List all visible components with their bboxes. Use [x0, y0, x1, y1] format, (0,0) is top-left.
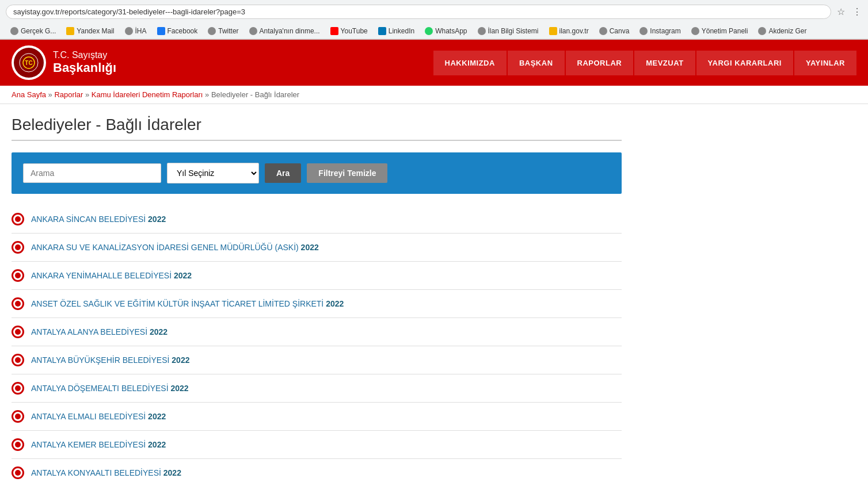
report-year: 2022: [148, 440, 166, 449]
breadcrumb-link[interactable]: Raporlar: [54, 90, 83, 99]
bookmark-item[interactable]: ilan.gov.tr: [545, 26, 593, 36]
report-bullet: [12, 326, 24, 338]
report-list: ANKARA SİNCAN BELEDİYESİ 2022 ANKARA SU …: [12, 205, 622, 482]
report-year: 2022: [170, 384, 188, 393]
bookmark-item[interactable]: Antalya'nın dinme...: [245, 26, 325, 36]
nav-item-hakkimizda[interactable]: HAKKIMIZDA: [433, 51, 507, 75]
logo-circle: TC: [12, 45, 46, 80]
report-bullet: [12, 241, 24, 254]
report-year: 2022: [150, 327, 167, 336]
report-list-item: ANTALYA BÜYÜKŞEHİR BELEDİYESİ 2022: [12, 346, 622, 374]
search-input[interactable]: [23, 163, 161, 183]
bullet-inner: [15, 442, 21, 447]
bullet-inner: [15, 385, 21, 391]
address-bar-row: sayistay.gov.tr/reports/category/31-bele…: [0, 0, 868, 24]
header-top: TC T.C. Sayıştay Başkanlığı HAKKIMIZDABA…: [0, 40, 868, 86]
report-list-item: ANTALYA KONYAALTI BELEDİYESİ 2022: [12, 459, 622, 482]
report-link[interactable]: ANTALYA KEMER BELEDİYESİ 2022: [31, 440, 166, 449]
nav-item-yargi-kararlari[interactable]: YARGI KARARLARI: [696, 51, 793, 75]
report-year: 2022: [174, 271, 192, 280]
breadcrumb-link[interactable]: Ana Sayfa: [12, 90, 46, 99]
nav-item-yayinlar[interactable]: YAYINLAR: [794, 51, 856, 75]
bullet-inner: [15, 470, 21, 476]
report-bullet: [12, 466, 24, 479]
bookmark-item[interactable]: Twitter: [203, 26, 243, 36]
report-bullet: [12, 354, 24, 366]
breadcrumb-current: Belediyeler - Bağlı İdareler: [211, 90, 299, 99]
year-select[interactable]: Yıl Seçiniz20222021202020192018: [167, 163, 259, 183]
browser-icons: ☆ ⋮: [836, 7, 862, 17]
report-link[interactable]: ANTALYA KONYAALTI BELEDİYESİ 2022: [31, 468, 181, 477]
breadcrumb: Ana Sayfa » Raporlar » Kamu İdareleri De…: [0, 86, 868, 104]
bookmark-item[interactable]: Facebook: [153, 26, 203, 36]
bullet-inner: [15, 244, 21, 250]
bookmark-item[interactable]: Gerçek G...: [6, 26, 60, 36]
nav-item-mevzuat[interactable]: MEVZUAT: [634, 51, 695, 75]
nav-item-raporlar[interactable]: RAPORLAR: [566, 51, 634, 75]
logo-line2: Başkanlığı: [53, 60, 116, 75]
report-year: 2022: [163, 468, 181, 477]
bookmark-item[interactable]: YouTube: [326, 26, 372, 36]
header-logo: TC T.C. Sayıştay Başkanlığı: [12, 45, 116, 80]
report-link[interactable]: ANKARA SİNCAN BELEDİYESİ 2022: [31, 215, 166, 224]
report-link[interactable]: ANTALYA BÜYÜKŞEHİR BELEDİYESİ 2022: [31, 355, 189, 365]
bookmark-item[interactable]: İlan Bilgi Sistemi: [473, 26, 543, 36]
logo-line1: T.C. Sayıştay: [53, 50, 116, 60]
report-year: 2022: [301, 243, 319, 252]
bookmark-icon[interactable]: ☆: [836, 7, 846, 17]
main-content: Belediyeler - Bağlı İdareler Yıl Seçiniz…: [0, 104, 633, 482]
site-header: TC T.C. Sayıştay Başkanlığı HAKKIMIZDABA…: [0, 40, 868, 86]
header-nav: HAKKIMIZDABAŞKANRAPORLARMEVZUATYARGI KAR…: [433, 51, 856, 75]
emblem-svg: TC: [18, 52, 39, 73]
report-link[interactable]: ANSET ÖZEL SAĞLIK VE EĞİTİM KÜLTÜR İNŞAA…: [31, 299, 344, 308]
report-list-item: ANTALYA DÖŞEMEALTI BELEDİYESİ 2022: [12, 374, 622, 403]
bookmark-item[interactable]: Akdeniz Ger: [753, 26, 811, 36]
bookmark-item[interactable]: LinkedIn: [374, 26, 419, 36]
report-link[interactable]: ANTALYA ALANYA BELEDİYESİ 2022: [31, 327, 167, 336]
report-bullet: [12, 410, 24, 423]
bookmark-item[interactable]: WhatsApp: [420, 26, 471, 36]
report-link[interactable]: ANTALYA DÖŞEMEALTI BELEDİYESİ 2022: [31, 384, 189, 393]
report-link[interactable]: ANTALYA ELMALI BELEDİYESİ 2022: [31, 412, 166, 421]
browser-chrome: sayistay.gov.tr/reports/category/31-bele…: [0, 0, 868, 40]
svg-text:TC: TC: [25, 60, 32, 66]
more-icon[interactable]: ⋮: [852, 7, 862, 17]
filter-bar: Yıl Seçiniz20222021202020192018 Ara Filt…: [12, 152, 622, 194]
bookmark-item[interactable]: Instagram: [635, 26, 685, 36]
bookmark-item[interactable]: İHA: [120, 26, 151, 36]
logo-emblem: TC: [14, 48, 44, 78]
report-list-item: ANKARA SİNCAN BELEDİYESİ 2022: [12, 205, 622, 234]
report-list-item: ANSET ÖZEL SAĞLIK VE EĞİTİM KÜLTÜR İNŞAA…: [12, 290, 622, 318]
bullet-inner: [15, 357, 21, 363]
report-year: 2022: [326, 299, 344, 308]
clear-filter-button[interactable]: Filtreyi Temizle: [307, 163, 387, 183]
report-bullet: [12, 213, 24, 225]
nav-item-başkan[interactable]: BAŞKAN: [508, 51, 565, 75]
bookmark-item[interactable]: Canva: [595, 26, 634, 36]
report-bullet: [12, 438, 24, 451]
report-list-item: ANKARA YENİMAHALLE BELEDİYESİ 2022: [12, 262, 622, 290]
report-year: 2022: [172, 355, 189, 365]
report-year: 2022: [148, 215, 166, 224]
report-list-item: ANKARA SU VE KANALİZASYON İDARESİ GENEL …: [12, 234, 622, 262]
report-link[interactable]: ANKARA SU VE KANALİZASYON İDARESİ GENEL …: [31, 243, 319, 252]
report-list-item: ANTALYA ELMALI BELEDİYESİ 2022: [12, 403, 622, 431]
bookmark-item[interactable]: Yönetim Paneli: [687, 26, 753, 36]
report-list-item: ANTALYA KEMER BELEDİYESİ 2022: [12, 431, 622, 459]
report-link[interactable]: ANKARA YENİMAHALLE BELEDİYESİ 2022: [31, 271, 192, 280]
report-list-item: ANTALYA ALANYA BELEDİYESİ 2022: [12, 318, 622, 346]
logo-text: T.C. Sayıştay Başkanlığı: [53, 50, 116, 75]
bookmark-item[interactable]: Yandex Mail: [62, 26, 119, 36]
bullet-inner: [15, 301, 21, 307]
bullet-inner: [15, 216, 21, 222]
breadcrumb-link[interactable]: Kamu İdareleri Denetim Raporları: [92, 90, 203, 99]
bullet-inner: [15, 414, 21, 419]
bullet-inner: [15, 273, 21, 278]
report-bullet: [12, 269, 24, 282]
address-bar[interactable]: sayistay.gov.tr/reports/category/31-bele…: [6, 5, 831, 19]
report-bullet: [12, 382, 24, 395]
report-bullet: [12, 297, 24, 310]
report-year: 2022: [148, 412, 166, 421]
search-button[interactable]: Ara: [265, 163, 301, 183]
bullet-inner: [15, 329, 21, 335]
